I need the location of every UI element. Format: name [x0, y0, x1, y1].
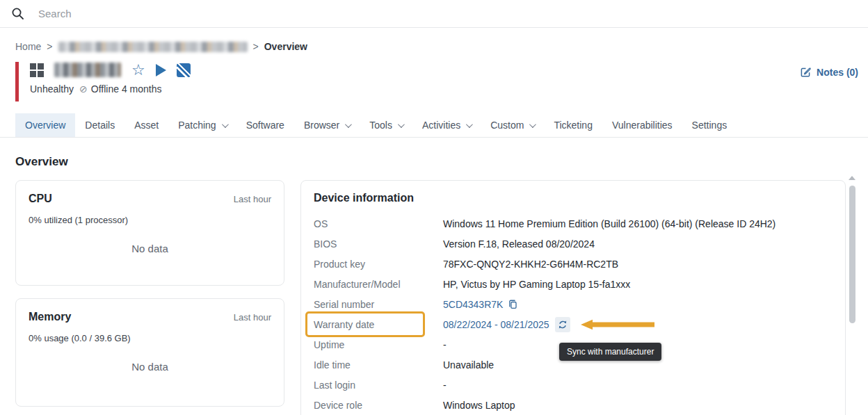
breadcrumb-current: Overview [264, 41, 307, 52]
device-information-card: Device information OS Windows 11 Home Pr… [300, 180, 846, 415]
copy-icon[interactable] [508, 299, 518, 309]
breadcrumb-redacted-segment[interactable] [58, 42, 248, 52]
chevron-down-icon [398, 121, 405, 128]
search-icon[interactable] [11, 7, 24, 20]
tab-vulnerabilities[interactable]: Vulnerabilities [602, 113, 682, 137]
memory-summary: 0% usage (0.0 / 39.6 GB) [29, 333, 271, 343]
device-info-row-os: OS Windows 11 Home Premium Edition (Buil… [314, 213, 833, 234]
health-status-text: Unhealthy [30, 83, 74, 95]
memory-card-title: Memory [29, 311, 71, 323]
tab-details[interactable]: Details [75, 113, 124, 137]
notes-button[interactable]: Notes (0) [800, 66, 858, 78]
cpu-period-label: Last hour [234, 194, 271, 204]
memory-period-label: Last hour [234, 312, 271, 323]
unhealthy-status-bar [15, 62, 19, 101]
cpu-summary: 0% utilized (1 processor) [29, 215, 271, 225]
tab-activities[interactable]: Activities [412, 113, 481, 137]
device-info-row-device-role: Device role Windows Laptop [314, 395, 833, 415]
tab-ticketing[interactable]: Ticketing [544, 113, 602, 137]
sync-with-manufacturer-button[interactable] [555, 317, 570, 332]
device-info-row-warranty-date: Warranty date 08/22/2024 - 08/21/2025 [314, 314, 833, 334]
page-title: Overview [15, 155, 853, 169]
breadcrumb-separator: > [253, 41, 259, 52]
splashtop-icon[interactable] [177, 63, 191, 77]
favorite-star-icon[interactable]: ☆ [131, 63, 145, 77]
notes-label: Notes (0) [817, 67, 858, 78]
tab-asset[interactable]: Asset [124, 113, 168, 137]
topbar [0, 0, 868, 28]
tab-bar: Overview Details Asset Patching Software… [0, 113, 868, 138]
refresh-icon [558, 320, 568, 329]
offline-status-text: Offline 4 months [91, 83, 162, 95]
notes-icon [800, 66, 812, 78]
vertical-scrollbar [848, 176, 856, 415]
chevron-down-icon [529, 121, 536, 128]
scrollbar-thumb[interactable] [849, 186, 855, 323]
breadcrumb-separator: > [47, 41, 52, 52]
memory-no-data: No data [29, 361, 271, 373]
memory-card: Memory Last hour 0% usage (0.0 / 39.6 GB… [15, 298, 284, 407]
tab-settings[interactable]: Settings [682, 113, 737, 137]
tab-custom[interactable]: Custom [481, 113, 544, 137]
scrollbar-up-arrow-icon[interactable] [849, 176, 855, 180]
search-input[interactable] [38, 8, 330, 19]
cpu-no-data: No data [29, 243, 271, 254]
device-info-row-bios: BIOS Version F.18, Released 08/20/2024 [314, 234, 833, 254]
tab-tools[interactable]: Tools [360, 113, 412, 137]
sync-tooltip: Sync with manufacturer [559, 343, 661, 361]
windows-logo-icon [30, 63, 44, 77]
chevron-down-icon [222, 121, 229, 128]
device-info-row-serial-number: Serial number 5CD4343R7K [314, 294, 833, 314]
tab-patching[interactable]: Patching [168, 113, 236, 137]
cpu-card-title: CPU [29, 193, 52, 205]
device-info-row-product-key: Product key 78FXC-QNQY2-KHKH2-G6H4M-RC2T… [314, 254, 833, 274]
chevron-down-icon [345, 121, 352, 128]
device-info-row-manufacturer-model: Manufacturer/Model HP, Victus by HP Gami… [314, 274, 833, 294]
chevron-down-icon [466, 121, 473, 128]
device-name-redacted [54, 63, 121, 77]
breadcrumb: Home > > Overview [15, 41, 853, 52]
serial-number-link[interactable]: 5CD4343R7K [443, 299, 503, 310]
tab-overview[interactable]: Overview [15, 113, 75, 137]
arrow-annotation [581, 319, 654, 330]
device-information-title: Device information [314, 192, 833, 204]
device-header: ☆ Unhealthy ⊘ Offline 4 months Notes (0) [15, 60, 853, 102]
cpu-card: CPU Last hour 0% utilized (1 processor) … [15, 180, 284, 286]
offline-icon: ⊘ [79, 84, 88, 94]
tab-browser[interactable]: Browser [294, 113, 360, 137]
breadcrumb-home-link[interactable]: Home [15, 41, 41, 52]
device-info-row-last-login: Last login - [314, 375, 833, 395]
tab-software[interactable]: Software [236, 113, 294, 137]
warranty-date-link[interactable]: 08/22/2024 - 08/21/2025 [443, 319, 549, 330]
remote-connect-play-icon[interactable] [156, 64, 166, 76]
